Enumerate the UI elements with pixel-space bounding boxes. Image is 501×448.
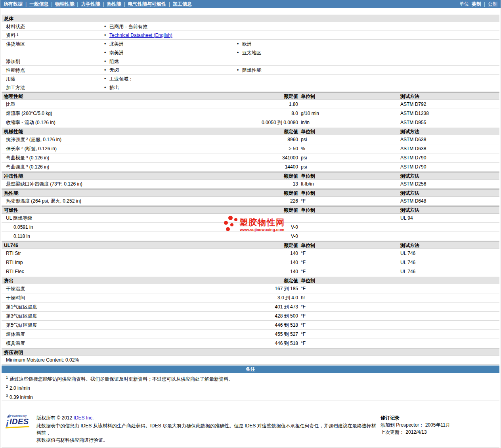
bullet-icon: •	[104, 48, 109, 57]
property-unit: in/in	[301, 118, 310, 127]
processing-value: 挤出	[109, 85, 119, 90]
footnote-text: 通过这些链接您能够访问供应商资料。我们尽量保证及时更新资料；不过您可以从供应商处…	[10, 376, 233, 382]
property-unit: psi	[301, 135, 307, 144]
footnote-marker: 1	[6, 375, 8, 379]
property-value: 455 到 527	[207, 330, 298, 339]
property-unit: ft-lb/in	[301, 180, 314, 188]
test-method: UL 746	[400, 267, 415, 276]
property-unit: °F	[301, 312, 306, 320]
footnote-marker: 2	[6, 385, 8, 389]
property-row: 熔体温度 455 到 527 °F	[2, 330, 499, 339]
property-unit: °F	[301, 249, 306, 258]
property-value: 446 到 518	[207, 321, 298, 329]
column-header-value: 额定值	[207, 242, 298, 249]
property-name: 伸长率 ² (断裂, 0.126 in)	[6, 144, 57, 153]
unit-label: 单位	[459, 1, 469, 8]
footnote-marker: 3	[6, 394, 8, 398]
nav-item-all-data[interactable]: 所有数据	[4, 1, 23, 8]
property-value: 13	[207, 180, 298, 188]
unit-english-selected[interactable]: 英制	[472, 1, 481, 8]
section-header-flammability: 可燃性 额定值 单位制 测试方法	[2, 206, 499, 214]
nav-separator: |	[51, 1, 52, 7]
property-name: 弯曲强度 ³ (0.126 in)	[6, 163, 49, 171]
nav-separator: |	[77, 1, 78, 7]
property-name: 模具温度	[6, 339, 25, 348]
row-label: 材料状态	[6, 22, 25, 31]
section-title: UL746	[4, 242, 18, 249]
property-value: 428 到 500	[207, 312, 298, 320]
property-name: 悬壁梁缺口冲击强度 (73°F, 0.126 in)	[6, 180, 82, 188]
property-name: 抗张强度 ² (屈服, 0.126 in)	[6, 135, 61, 144]
section-title: 热性能	[4, 190, 18, 197]
copyright-block: 版权所有 © 2012 IDES Inc. 此数据表中的信息由 IDES 从该材…	[36, 414, 381, 444]
footnote-row: 30.39 in/min	[2, 391, 499, 400]
property-value: 140	[207, 267, 298, 276]
footnote-text: 0.39 in/min	[10, 394, 33, 400]
general-row-documents: 资料 ¹ •Technical Datasheet (English)	[2, 31, 499, 40]
bullet-icon: •	[237, 66, 242, 75]
column-header-unit: 单位制	[301, 128, 315, 135]
section-header-impact: 冲击性能 额定值 单位制 测试方法	[2, 172, 499, 180]
nav-separator: |	[169, 1, 170, 7]
nav-item-thermal[interactable]: 热性能	[107, 1, 121, 8]
column-header-value: 额定值	[207, 277, 298, 284]
row-label: 供货地区	[6, 40, 25, 48]
feature-item: •阻燃性能	[237, 66, 261, 75]
property-unit: °F	[301, 197, 306, 205]
property-value: 401 到 473	[207, 302, 298, 311]
bullet-icon: •	[237, 40, 242, 48]
property-name: 热变形温度 (264 psi, 退火, 0.252 in)	[6, 197, 81, 205]
technical-datasheet-link[interactable]: Technical Datasheet (English)	[109, 33, 172, 38]
nav-item-processing-info[interactable]: 加工信息	[173, 1, 192, 8]
property-row: 模具温度 446 到 518 °F	[2, 339, 499, 348]
section-title: 机械性能	[4, 128, 23, 135]
section-title: 冲击性能	[4, 172, 23, 180]
additives-value: 阻燃	[109, 59, 119, 64]
test-method: UL 746	[400, 258, 415, 267]
property-row: 第3气缸区温度 428 到 500 °F	[2, 312, 499, 321]
bullet-icon: •	[104, 40, 109, 48]
property-name: 收缩率 - 流动 (0.126 in)	[6, 118, 55, 127]
section-header-general: 总体	[2, 15, 499, 22]
property-name: 弯曲模量 ³ (0.126 in)	[6, 153, 49, 162]
property-row: 比重 1.80 ASTM D792	[2, 100, 499, 109]
nav-item-physical[interactable]: 物理性能	[55, 1, 74, 8]
row-label: 添加剂	[6, 57, 20, 66]
column-header-unit: 单位制	[301, 190, 315, 197]
property-value: 446 到 518	[207, 339, 298, 348]
property-value: 0.0050 到 0.0080	[207, 118, 298, 127]
unit-metric-link[interactable]: 公制	[488, 1, 497, 8]
row-value: •工业领域：	[104, 75, 133, 83]
property-unit: psi	[301, 163, 307, 171]
availability-value: 南美洲	[109, 50, 124, 56]
availability-value: 欧洲	[242, 41, 252, 47]
nav-item-general-info[interactable]: 一般信息	[29, 1, 48, 8]
property-name: 0.118 in	[13, 232, 30, 241]
test-method: ASTM D638	[400, 144, 426, 153]
property-value: 226	[207, 197, 298, 205]
availability-item: •北美洲	[104, 40, 124, 48]
property-row: 干燥时间 3.0 到 4.0 hr	[2, 293, 499, 302]
property-row: UL 阻燃等级 UL 94	[2, 214, 499, 223]
property-unit: °F	[301, 258, 306, 267]
section-title: 可燃性	[4, 207, 18, 214]
availability-item: •南美洲	[104, 48, 124, 57]
property-row: 0.118 in V-0	[2, 232, 499, 241]
datasheet-content: 总体 材料状态 •已商用：当前有效 资料 ¹ •Technical Datash…	[0, 15, 501, 448]
bullet-icon: •	[104, 57, 109, 66]
ides-inc-link[interactable]: IDES Inc.	[74, 415, 94, 421]
property-row: 熔流率 (260°C/5.0 kg) 8.0 g/10 min ASTM D12…	[2, 109, 499, 118]
nav-separator: |	[124, 1, 125, 7]
property-row: RTI Elec 140 °F UL 746	[2, 267, 499, 276]
footnote-row: 1通过这些链接您能够访问供应商资料。我们尽量保证及时更新资料；不过您可以从供应商…	[2, 373, 499, 382]
property-value: 140	[207, 249, 298, 258]
nav-item-electrical-flammability[interactable]: 电气性能与可燃性	[128, 1, 166, 8]
column-header-value: 额定值	[207, 190, 298, 197]
ides-logo: Powered by i IDES	[5, 414, 31, 431]
availability-item: •欧洲	[237, 40, 252, 48]
nav-item-mechanical[interactable]: 力学性能	[81, 1, 100, 8]
property-unit: °F	[301, 330, 306, 339]
footnote-text: 2.0 in/min	[10, 385, 30, 391]
material-status-value: 已商用：当前有效	[109, 24, 147, 29]
revision-title: 修订记录	[381, 414, 496, 421]
